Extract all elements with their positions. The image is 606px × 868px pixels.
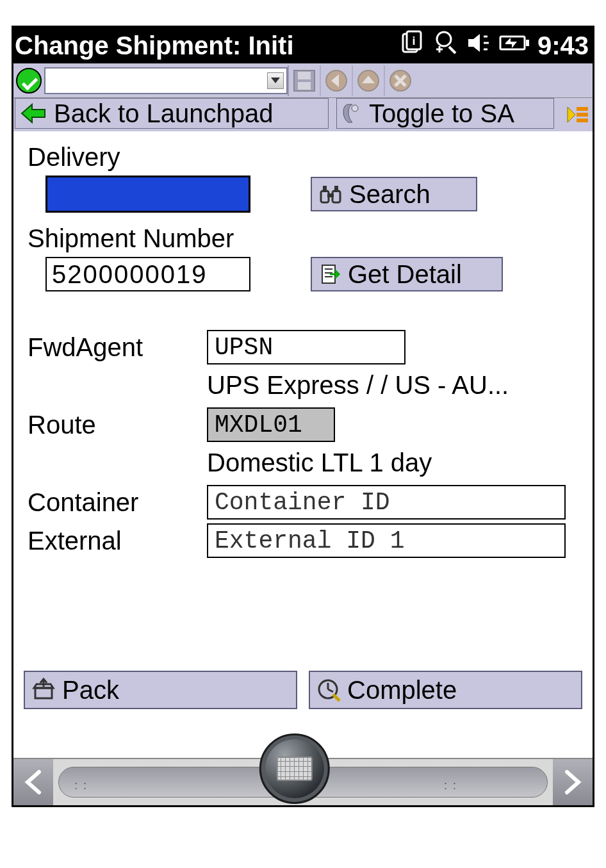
shipment-label: Shipment Number xyxy=(28,224,582,253)
complete-button[interactable]: Complete xyxy=(309,671,582,709)
dots-icon: : : xyxy=(74,779,88,792)
bottom-actions: Pack Complete xyxy=(24,671,582,709)
chevron-down-icon xyxy=(267,72,284,89)
keyboard-icon xyxy=(277,757,313,781)
dots-icon: : : xyxy=(444,779,457,792)
detail-icon xyxy=(318,263,341,286)
back-label: Back to Launchpad xyxy=(54,99,273,128)
get-detail-button[interactable]: Get Detail xyxy=(311,257,503,291)
system-bar: : : : : xyxy=(13,758,593,805)
complete-label: Complete xyxy=(347,676,457,705)
status-icons: i 9:43 xyxy=(399,30,589,61)
get-detail-label: Get Detail xyxy=(348,260,462,289)
route-input xyxy=(207,407,335,442)
status-bar: Change Shipment: Initi i 9:43 xyxy=(13,28,593,63)
container-input[interactable] xyxy=(207,485,566,520)
pack-label: Pack xyxy=(62,676,119,705)
toolbar-dropdown[interactable] xyxy=(44,67,288,94)
binoculars-icon xyxy=(318,182,343,206)
window-title: Change Shipment: Initi xyxy=(15,31,294,60)
shipment-number-input[interactable] xyxy=(45,257,250,291)
svg-rect-13 xyxy=(577,107,588,111)
external-input[interactable] xyxy=(207,523,566,558)
svg-rect-22 xyxy=(35,688,52,698)
fwdagent-label: FwdAgent xyxy=(28,333,207,362)
route-label: Route xyxy=(28,411,207,439)
toggle-label: Toggle to SA xyxy=(369,99,514,128)
nav-cancel-icon[interactable] xyxy=(384,65,416,96)
svg-rect-20 xyxy=(334,186,338,192)
menu-icon[interactable] xyxy=(562,98,591,131)
sync-icon xyxy=(432,30,458,61)
toggle-sap-button[interactable]: Toggle to SA xyxy=(336,98,554,129)
clock: 9:43 xyxy=(537,31,589,60)
container-label: Container xyxy=(28,488,207,517)
save-icon[interactable] xyxy=(288,65,320,96)
svg-text:i: i xyxy=(412,35,415,47)
battery-icon xyxy=(499,30,530,61)
nav-up-icon[interactable] xyxy=(352,65,384,96)
info-icon: i xyxy=(399,30,425,61)
nav-back-icon[interactable] xyxy=(320,65,352,96)
route-desc: Domestic LTL 1 day xyxy=(207,448,582,477)
svg-rect-8 xyxy=(298,82,311,90)
sys-back-button[interactable] xyxy=(13,759,53,805)
external-label: External xyxy=(28,527,207,555)
svg-rect-5 xyxy=(526,40,529,46)
svg-rect-18 xyxy=(327,193,334,197)
device-frame: Change Shipment: Initi i 9:43 xyxy=(12,26,594,807)
search-button[interactable]: Search xyxy=(311,177,477,211)
arrow-left-icon xyxy=(19,102,47,125)
keyboard-button[interactable] xyxy=(259,733,330,804)
confirm-icon[interactable] xyxy=(16,68,42,94)
complete-icon xyxy=(316,678,341,702)
pack-icon xyxy=(31,678,56,702)
nav-row: Back to Launchpad Toggle to SA xyxy=(13,98,593,131)
back-to-launchpad-button[interactable]: Back to Launchpad xyxy=(15,98,329,129)
fwdagent-desc: UPS Express / / US - AU... xyxy=(207,371,582,400)
search-label: Search xyxy=(349,180,430,209)
volume-icon xyxy=(466,30,491,61)
delivery-label: Delivery xyxy=(28,143,582,172)
fwdagent-input[interactable] xyxy=(207,330,405,364)
svg-rect-14 xyxy=(577,113,588,117)
pack-button[interactable]: Pack xyxy=(24,671,297,709)
svg-rect-19 xyxy=(323,186,327,192)
form-content: Delivery Search Shipment Number Get Deta… xyxy=(13,131,593,758)
sys-forward-button[interactable] xyxy=(553,759,593,805)
svg-rect-15 xyxy=(577,119,588,122)
svg-point-12 xyxy=(352,105,358,111)
svg-rect-7 xyxy=(298,72,311,79)
svg-point-3 xyxy=(437,32,451,46)
toggle-icon xyxy=(341,102,363,125)
delivery-input[interactable] xyxy=(45,176,250,213)
toolbar xyxy=(13,63,593,98)
